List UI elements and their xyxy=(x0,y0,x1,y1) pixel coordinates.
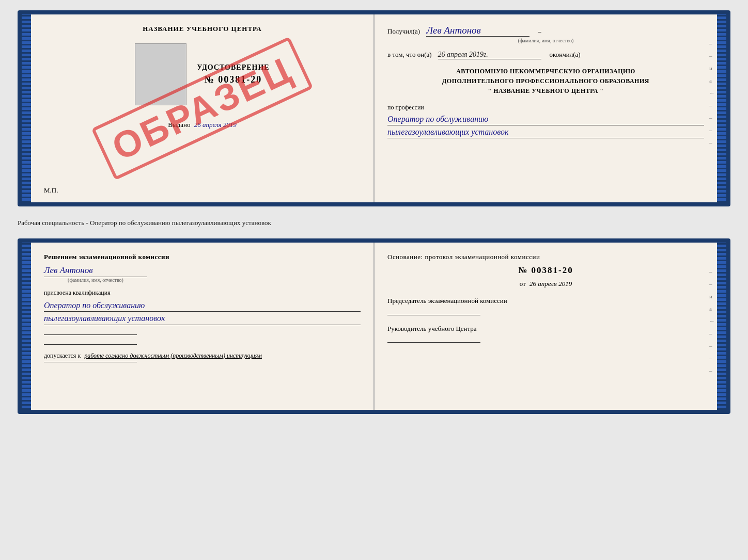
osnovanie-label: Основание: протокол экзаменационной коми… xyxy=(387,253,704,261)
protocol-number: № 00381-20 xyxy=(387,265,704,276)
vydano-line: Выдано 26 апреля 2019 xyxy=(168,121,237,129)
bottom-spine-right xyxy=(717,243,726,410)
chairman-label: Председатель экзаменационной комиссии xyxy=(387,296,704,306)
document-container: НАЗВАНИЕ УЧЕБНОГО ЦЕНТРА УДОСТОВЕРЕНИЕ №… xyxy=(18,10,730,414)
fio-sublabel: (фамилия, имя, отчество) xyxy=(387,38,704,43)
vtom-date: 26 апреля 2019г. xyxy=(438,51,541,59)
org-line1: АВТОНОМНУЮ НЕКОММЕРЧЕСКУЮ ОРГАНИЗАЦИЮ xyxy=(387,67,704,76)
cert-number-block: УДОСТОВЕРЕНИЕ № 00381-20 xyxy=(197,63,269,85)
dopuskaetsya-section: допускается к работе согласно должностны… xyxy=(44,352,361,360)
poluchil-section: Получил(а) Лев Антонов – (фамилия, имя, … xyxy=(387,25,704,43)
protocol-date: от 26 апреля 2019 xyxy=(387,280,704,288)
signature-line-2 xyxy=(44,344,137,345)
rukovoditel-label: Руководитель учебного Центра xyxy=(387,325,704,333)
vydano-label: Выдано xyxy=(168,121,190,129)
signature-line-3 xyxy=(44,362,137,362)
profession-line2: пылегазоулавливающих установок xyxy=(387,126,704,138)
bottom-cert-right-page: – – и а ← – – – – Основание: протокол эк… xyxy=(375,243,717,410)
dash-spacer: – xyxy=(538,27,541,35)
cert-stamp-area: УДОСТОВЕРЕНИЕ № 00381-20 xyxy=(44,43,361,105)
bottom-profession-line2: пылегазоулавливающих установок xyxy=(44,313,361,325)
vtom-label: в том, что он(а) xyxy=(387,51,432,58)
bottom-spine-left xyxy=(22,243,31,410)
org-line2: ДОПОЛНИТЕЛЬНОГО ПРОФЕССИОНАЛЬНОГО ОБРАЗО… xyxy=(387,76,704,86)
bottom-profession-line1: Оператор по обслуживанию xyxy=(44,300,361,312)
name-sublabel: (фамилия, имя, отчество) xyxy=(44,277,147,283)
chairman-signature-line xyxy=(387,315,480,315)
rukovoditel-signature-line xyxy=(387,342,480,343)
okonchil-label: окончил(а) xyxy=(550,51,581,58)
book-spine-right xyxy=(717,14,726,202)
vydano-date: 26 апреля 2019 xyxy=(194,121,237,129)
top-right-side-marks: – – и а ← – – – – xyxy=(709,40,717,146)
profession-line1: Оператор по обслуживанию xyxy=(387,114,704,125)
cert-number: № 00381-20 xyxy=(205,74,262,85)
profession-label: по профессии xyxy=(387,104,704,111)
poluchil-label: Получил(а) xyxy=(387,27,420,35)
top-cert-right-page: – – и а ← – – – – Получил(а) Лев Антонов… xyxy=(375,14,717,202)
vtom-section: в том, что он(а) 26 апреля 2019г. окончи… xyxy=(387,50,704,59)
cert-title: НАЗВАНИЕ УЧЕБНОГО ЦЕНТРА xyxy=(143,25,262,33)
ot-label: от xyxy=(520,280,526,287)
poluchil-value: Лев Антонов xyxy=(426,25,529,37)
udostoverenie-label: УДОСТОВЕРЕНИЕ xyxy=(197,63,269,72)
photo-placeholder xyxy=(135,43,186,105)
signature-line-1 xyxy=(44,334,137,335)
book-spine-left xyxy=(22,14,31,202)
middle-label: Рабочая специальность - Оператор по обсл… xyxy=(18,215,730,230)
bottom-cert-left-page: Решением экзаменационной комиссии Лев Ан… xyxy=(31,243,375,410)
top-certificate-book: НАЗВАНИЕ УЧЕБНОГО ЦЕНТРА УДОСТОВЕРЕНИЕ №… xyxy=(18,10,730,206)
bottom-right-side-marks: – – и а ← – – – – xyxy=(709,268,717,374)
profession-section: по профессии Оператор по обслуживанию пы… xyxy=(387,104,704,139)
top-cert-left-page: НАЗВАНИЕ УЧЕБНОГО ЦЕНТРА УДОСТОВЕРЕНИЕ №… xyxy=(31,14,375,202)
ot-date: 26 апреля 2019 xyxy=(529,280,572,287)
person-name: Лев Антонов xyxy=(44,265,361,276)
mp-line: М.П. xyxy=(44,186,58,195)
org-line3: " НАЗВАНИЕ УЧЕБНОГО ЦЕНТРА " xyxy=(387,86,704,96)
kvalifikacia-label: присвоена квалификация xyxy=(44,289,361,297)
dopuskaetsya-value: работе согласно должностным (производств… xyxy=(84,352,262,359)
bottom-certificate-book: Решением экзаменационной комиссии Лев Ан… xyxy=(18,238,730,414)
decision-text: Решением экзаменационной комиссии xyxy=(44,253,361,261)
org-block: АВТОНОМНУЮ НЕКОММЕРЧЕСКУЮ ОРГАНИЗАЦИЮ ДО… xyxy=(387,67,704,97)
dopuskaetsya-label: допускается к xyxy=(44,352,81,359)
